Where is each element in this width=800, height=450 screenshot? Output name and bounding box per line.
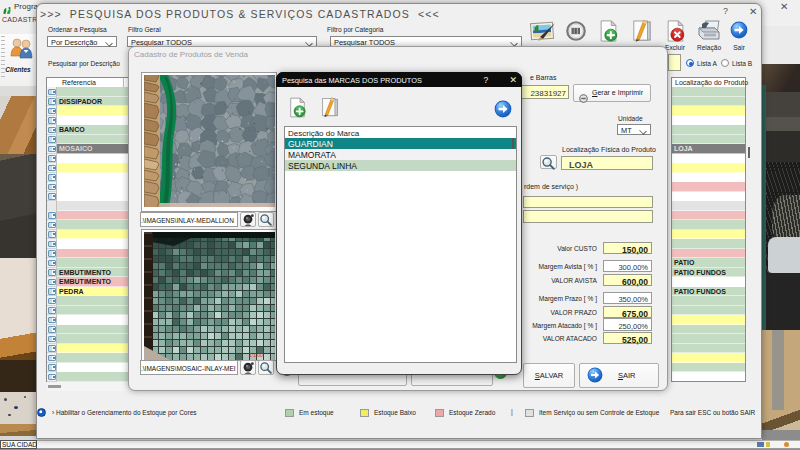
svg-text:1:1.00: 1:1.00 xyxy=(249,352,263,358)
